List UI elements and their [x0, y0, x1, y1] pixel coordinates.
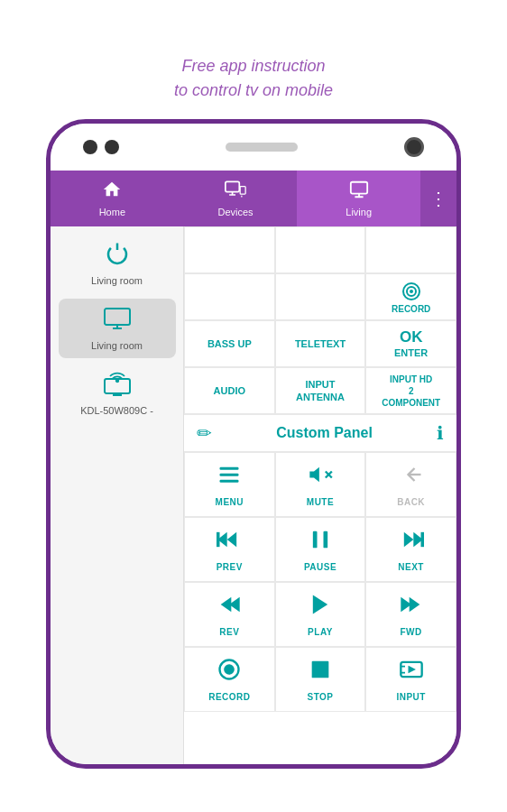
phone-dot-2	[105, 140, 119, 154]
grid-btn-r1c1[interactable]	[184, 226, 275, 273]
prev-icon	[217, 527, 242, 558]
mute-label: MUTE	[307, 497, 334, 507]
phone-speaker	[226, 143, 298, 152]
svg-rect-10	[220, 474, 239, 476]
svg-rect-19	[323, 531, 327, 549]
menu-icon	[217, 462, 242, 494]
sidebar-item-living-room-power-label: Living room	[91, 275, 143, 286]
sidebar-item-living-room-power[interactable]: Living room	[59, 234, 176, 293]
grid-btn-input-hd2[interactable]: INPUT HD2COMPONENT	[365, 367, 456, 414]
nav-living-label: Living	[346, 207, 372, 217]
phone-camera	[404, 137, 424, 157]
sidebar-item-living-room-tv-label: Living room	[91, 340, 143, 351]
svg-rect-17	[217, 532, 220, 547]
pause-label: PAUSE	[304, 562, 336, 572]
svg-rect-3	[105, 309, 130, 325]
svg-rect-30	[312, 661, 329, 678]
play-label: PLAY	[308, 627, 333, 637]
back-icon	[399, 462, 424, 494]
remote-panel: RECORD BASS UP TELETEXT OKENTER AUDIO IN…	[184, 226, 456, 764]
nav-devices[interactable]: Devices	[174, 171, 298, 226]
record-label: RECORD	[392, 304, 430, 314]
grid-btn-bass-up[interactable]: BASS UP	[184, 320, 275, 367]
control-prev[interactable]: PREV	[184, 517, 275, 582]
next-icon	[399, 527, 424, 558]
svg-point-5	[115, 380, 117, 382]
grid-btn-record[interactable]: RECORD	[365, 273, 456, 320]
control-mute[interactable]: MUTE	[275, 452, 366, 517]
control-stop[interactable]: STOP	[275, 647, 366, 712]
stop-label: STOP	[307, 692, 333, 702]
control-rev[interactable]: REV	[184, 582, 275, 647]
edit-icon[interactable]: ✏	[197, 422, 212, 444]
tagline: Free app instruction to control tv on mo…	[174, 54, 333, 103]
svg-marker-20	[403, 532, 413, 547]
control-play[interactable]: PLAY	[275, 582, 366, 647]
custom-panel-title: Custom Panel	[276, 425, 373, 441]
svg-marker-25	[313, 595, 327, 614]
grid-btn-input-antenna[interactable]: INPUTANTENNA	[275, 367, 366, 414]
home-icon	[102, 180, 122, 204]
input-icon	[399, 657, 424, 688]
svg-rect-18	[313, 531, 318, 549]
rev-icon	[217, 592, 242, 623]
grid-btn-audio[interactable]: AUDIO	[184, 367, 275, 414]
nav-home-label: Home	[99, 207, 125, 217]
nav-living[interactable]: Living	[297, 171, 420, 226]
phone-sensors	[83, 140, 119, 154]
mute-icon	[308, 462, 333, 494]
top-nav: Home Devices	[51, 171, 456, 226]
control-back[interactable]: BACK	[365, 452, 456, 517]
svg-rect-11	[220, 480, 239, 483]
rev-label: REV	[219, 627, 239, 637]
custom-panel-header: ✏ Custom Panel ℹ	[184, 415, 456, 452]
grid-btn-teletext[interactable]: TELETEXT	[275, 320, 366, 367]
control-menu[interactable]: MENU	[184, 452, 275, 517]
fwd-label: FWD	[401, 627, 422, 637]
living-icon	[349, 180, 369, 204]
control-fwd[interactable]: FWD	[365, 582, 456, 647]
grid-btn-r1c3[interactable]	[365, 226, 456, 273]
sidebar: Living room Living room	[51, 226, 184, 764]
more-icon: ⋮	[429, 188, 447, 209]
nav-devices-label: Devices	[217, 207, 253, 217]
control-input[interactable]: INPUT	[365, 647, 456, 712]
control-next[interactable]: NEXT	[365, 517, 456, 582]
fwd-icon	[399, 592, 424, 623]
play-icon	[308, 592, 333, 623]
sidebar-item-living-room-tv[interactable]: Living room	[59, 299, 176, 358]
power-icon	[104, 241, 131, 272]
svg-rect-9	[220, 467, 239, 470]
back-label: BACK	[397, 497, 425, 507]
svg-point-8	[410, 290, 413, 293]
svg-rect-1	[240, 187, 245, 195]
control-pause[interactable]: PAUSE	[275, 517, 366, 582]
grid-btn-r2c2[interactable]	[275, 273, 366, 320]
tv-icon	[103, 306, 132, 337]
nav-home[interactable]: Home	[51, 171, 174, 226]
svg-rect-2	[351, 182, 367, 194]
input-label: INPUT	[396, 692, 426, 702]
svg-marker-12	[309, 467, 319, 482]
grid-btn-r2c1[interactable]	[184, 273, 275, 320]
svg-marker-15	[227, 532, 236, 547]
devices-icon	[225, 180, 246, 204]
grid-btn-ok[interactable]: OKENTER	[365, 320, 456, 367]
phone-top-bar	[51, 124, 456, 171]
nav-more-button[interactable]: ⋮	[420, 171, 456, 226]
svg-point-29	[224, 664, 235, 675]
controls-grid: MENU MUTE	[184, 452, 456, 712]
sidebar-item-kdl-label: KDL-50W809C -	[80, 405, 153, 416]
info-icon[interactable]: ℹ	[437, 422, 444, 444]
phone-dot-1	[83, 140, 97, 154]
record-ctrl-label: RECORD	[208, 692, 250, 702]
phone-screen: Home Devices	[51, 171, 456, 764]
prev-label: PREV	[217, 562, 243, 572]
pause-icon	[308, 527, 333, 558]
grid-section: RECORD BASS UP TELETEXT OKENTER AUDIO IN…	[184, 226, 456, 415]
grid-btn-r1c2[interactable]	[275, 226, 366, 273]
svg-rect-0	[226, 181, 239, 191]
phone-frame: Home Devices	[46, 119, 461, 769]
control-record[interactable]: RECORD	[184, 647, 275, 712]
sidebar-item-kdl[interactable]: KDL-50W809C -	[59, 364, 176, 423]
